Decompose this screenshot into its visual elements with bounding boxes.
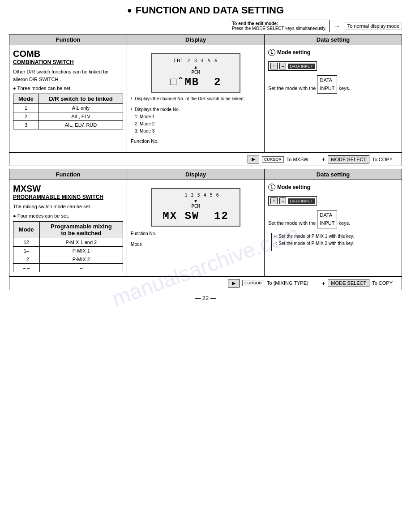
header-display: Display: [127, 34, 265, 45]
mxsw-display-screen: 1 2 3 4 5 6 ▼ PCM MX SW 12: [151, 188, 240, 227]
table-row: 1 AIL only: [13, 104, 123, 112]
mxsw-display-pcm: PCM: [155, 203, 236, 209]
comb-display-wrapper: CH1 2 3 4 5 6 ▲ PCM □ˆMB 2 / Displays th…: [131, 49, 261, 148]
comb-data-input-box: + – DATA INPUT: [268, 61, 317, 71]
end-edit-destination: To normal display mode: [345, 22, 402, 30]
comb-mode-text: Displays the mode No. 1: Mode 1 2: Mode …: [135, 106, 180, 135]
comb-nav-row: ▶ CURSOR To MXSW + MODE SELECT To COPY: [9, 152, 402, 166]
mxsw-minus-btn[interactable]: –: [279, 197, 287, 204]
comb-mode-header: Mode: [13, 94, 39, 104]
mxsw-data-input-row: + – DATA INPUT: [268, 194, 398, 207]
mxsw-pmix-header: Programmable mixingto be switched: [39, 221, 123, 238]
mxsw-pmix-12: P·MIX 1 and 2: [39, 238, 123, 246]
table-row: 1– P·MIX 1: [13, 246, 123, 255]
comb-channel-annot: / Displays the channel No. of the D/R sw…: [131, 95, 261, 103]
mxsw-cursor-label: CURSOR: [242, 280, 264, 286]
comb-desc: Other D/R switch functions can be linked…: [13, 68, 123, 83]
comb-data-input-label: DATA INPUT: [288, 64, 315, 69]
mxsw-cursor-btn[interactable]: ▶: [228, 279, 240, 287]
mxsw-function-cell: MXSW PROGRAMMABLE MIXING SWITCH The mixi…: [9, 180, 127, 276]
comb-nav-cursor: ▶ CURSOR To MXSW: [248, 155, 308, 163]
mxsw-mode-1m: 1–: [13, 246, 40, 255]
mxsw-data-cell: 1 Mode setting + – DATA INPUT Set the mo…: [265, 180, 402, 276]
comb-data-input-row: + – DATA INPUT: [268, 60, 398, 73]
comb-channel-slash: /: [131, 95, 132, 103]
header-data-setting: Data setting: [265, 34, 402, 45]
mxsw-set-text: Set the mode with the DATAINPUT keys.: [268, 210, 398, 228]
mxsw-to-mixing-text: To (MIXING TYPE): [267, 280, 308, 286]
mxsw-display-main: MX SW 12: [155, 210, 236, 222]
comb-cursor-btn[interactable]: ▶: [248, 155, 259, 163]
comb-mode-setting-label: Mode setting: [277, 49, 310, 56]
comb-annotations: / Displays the channel No. of the D/R sw…: [131, 95, 261, 135]
mxsw-brace-annot: +: Set the mode of P·MIX 1 with this key…: [268, 233, 398, 251]
comb-display-cell: CH1 2 3 4 5 6 ▲ PCM □ˆMB 2 / Displays th…: [127, 45, 265, 152]
mxsw-pmix-mm: –: [39, 263, 123, 272]
comb-mode-3: 3: [13, 121, 39, 129]
mxsw-data-input-label: DATA INPUT: [288, 198, 315, 204]
mxsw-plus-note: +: Set the mode of P·MIX 1 with this key…: [274, 233, 354, 240]
comb-dr-header: D/R switch to be linked: [39, 94, 123, 104]
comb-plus-btn[interactable]: +: [270, 63, 278, 69]
table-row: 3 AIL, ELV, RUD: [13, 121, 123, 129]
comb-title: COMB: [13, 49, 123, 59]
mxsw-mode-table: Mode Programmable mixingto be switched 1…: [13, 221, 123, 272]
comb-data-keys-box: DATAINPUT: [317, 75, 337, 94]
end-edit-label: To end the edit mode: Press the MODE SEL…: [229, 20, 330, 32]
page-title: FUNCTION AND DATA SETTING: [9, 4, 402, 16]
comb-mode-select-label: MODE SELECT: [331, 157, 366, 162]
arrow-icon: →: [334, 22, 340, 30]
mxsw-mode-header: Mode: [13, 221, 40, 238]
title-text: FUNCTION AND DATA SETTING: [136, 4, 284, 16]
mxsw-pmix-m2: P·MIX 2: [39, 255, 123, 263]
mxsw-data-keys-box: DATAINPUT: [317, 210, 337, 228]
comb-display-main: □ˆMB 2: [155, 76, 236, 88]
mxsw-bullet1: Four modes can be set.: [13, 213, 123, 219]
mxsw-mode-select-btn[interactable]: MODE SELECT: [328, 279, 369, 287]
comb-func-no-text: Function No.: [131, 138, 158, 144]
mxsw-brace-content: +: Set the mode of P·MIX 1 with this key…: [274, 233, 354, 247]
mxsw-mode-circle: 1: [268, 184, 275, 191]
comb-minus-btn[interactable]: –: [279, 63, 287, 69]
comb-mode-select-btn[interactable]: MODE SELECT: [328, 155, 369, 163]
comb-cursor-label: CURSOR: [262, 156, 284, 163]
mxsw-mode-setting-title: 1 Mode setting: [268, 184, 398, 191]
comb-display-ch: CH1 2 3 4 5 6: [155, 58, 236, 64]
comb-dr-2: AIL, ELV: [39, 112, 123, 121]
end-edit-label-text: To end the edit mode:: [232, 21, 278, 26]
mxsw-mode-annot: Mode: [131, 241, 261, 248]
comb-subtitle: COMBINATION SWITCH: [13, 59, 123, 65]
mxsw-nav-cursor: ▶ CURSOR To (MIXING TYPE): [228, 279, 308, 287]
comb-to-copy-text: To COPY: [372, 157, 393, 162]
end-edit-instruction: Press the MODE SELECT keys simultaneousl…: [232, 26, 326, 31]
comb-mode-annot: / Displays the mode No. 1: Mode 1 2: Mod…: [131, 106, 261, 135]
mxsw-subtitle: PROGRAMMABLE MIXING SWITCH: [13, 194, 123, 200]
end-edit-row: To end the edit mode: Press the MODE SEL…: [9, 20, 402, 32]
table-row: – – –: [13, 263, 123, 272]
comb-channel-text: Displays the channel No. of the D/R swit…: [135, 95, 245, 103]
comb-mode-slash: /: [131, 106, 132, 113]
mxsw-pmix-notes: +: Set the mode of P·MIX 1 with this key…: [268, 233, 398, 251]
mxsw-plus-btn[interactable]: +: [270, 197, 278, 204]
comb-section-table: Function Display Data setting COMB COMBI…: [9, 34, 402, 152]
comb-set-text: Set the mode with the DATAINPUT keys.: [268, 75, 398, 94]
comb-display-pcm: PCM: [155, 69, 236, 75]
mxsw-nav-row: ▶ CURSOR To (MIXING TYPE) + MODE SELECT …: [9, 276, 402, 290]
mxsw-desc: The mixing switch mode can be set.: [13, 203, 123, 210]
mxsw-minus-note: –: Set the mode of P·MIX 2 with this key…: [274, 240, 354, 247]
mxsw-title: MXSW: [13, 184, 123, 194]
mxsw-arrow-up: ▼: [155, 198, 236, 203]
table-row: 2 AIL, ELV: [13, 112, 123, 121]
mxsw-display-ch: 1 2 3 4 5 6: [155, 193, 236, 197]
comb-mode-1: 1: [13, 104, 39, 112]
mxsw-header-function: Function: [9, 169, 127, 180]
mxsw-mode-setting-label: Mode setting: [277, 184, 310, 190]
mxsw-func-no: Function No.: [131, 230, 261, 237]
mxsw-display-cell: 1 2 3 4 5 6 ▼ PCM MX SW 12 Function No. …: [127, 180, 265, 276]
header-function: Function: [9, 34, 127, 45]
mxsw-data-input-box: + – DATA INPUT: [268, 196, 317, 206]
comb-func-no: Function No.: [131, 138, 261, 144]
comb-plus-icon: +: [322, 156, 325, 163]
mxsw-desc1: The mixing switch mode can be set.: [13, 204, 91, 209]
comb-mode-table: Mode D/R switch to be linked 1 AIL only …: [13, 94, 123, 129]
